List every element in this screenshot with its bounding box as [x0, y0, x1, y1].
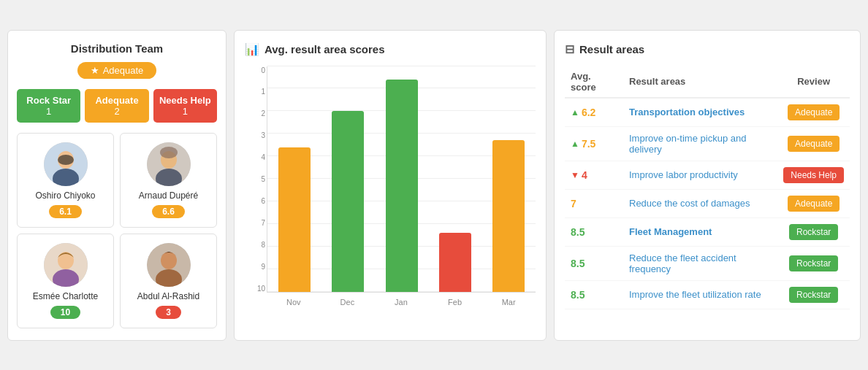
result-area-name-2: Improve labor productivity: [629, 169, 738, 180]
table-row-0: ▲6.2Transportation objectivesAdequate: [565, 98, 850, 127]
name-cell-5: Reduce the fleet accident frequency: [623, 246, 777, 280]
svg-point-12: [161, 252, 177, 269]
name-cell-1: Improve on-time pickup and delivery: [623, 126, 777, 161]
bar-feb-rect: [439, 233, 471, 291]
avatar-3: [147, 243, 191, 287]
avg-score-value-0: ▲6.2: [571, 107, 617, 118]
chart-bars-area: [267, 66, 536, 293]
arrow-up-icon: ▲: [571, 139, 579, 149]
bar-jan-rect: [386, 80, 418, 291]
name-cell-0: Transportation objectives: [623, 98, 777, 127]
table-row-1: ▲7.5Improve on-time pickup and deliveryA…: [565, 126, 850, 161]
member-name-1: Arnaud Dupéré: [139, 190, 198, 201]
chart-icon: 📊: [245, 42, 259, 56]
score-cell-1: ▲7.5: [565, 126, 623, 161]
col-review: Review: [777, 66, 850, 98]
stat-adequate: Adequate 2: [85, 89, 148, 123]
bar-feb: [428, 66, 481, 292]
review-btn-5[interactable]: Rockstar: [789, 255, 838, 271]
name-cell-6: Improve the fleet utilization rate: [623, 280, 777, 309]
result-area-name-6: Improve the fleet utilization rate: [629, 289, 761, 300]
chart-title-text: Avg. result area scores: [264, 43, 385, 55]
review-cell-1: Adequate: [777, 126, 850, 161]
table-row-3: 7Reduce the cost of damagesAdequate: [565, 189, 850, 217]
avg-score-value-2: ▼4: [571, 169, 617, 181]
x-label-jan: Jan: [374, 294, 428, 315]
stat-rockstar-count: 1: [21, 106, 76, 117]
bar-dec: [321, 66, 374, 292]
bar-dec-rect: [332, 111, 364, 291]
svg-point-9: [58, 252, 74, 269]
stat-rockstar-label: Rock Star: [21, 95, 76, 106]
review-btn-2[interactable]: Needs Help: [783, 167, 844, 183]
team-badge-label: Adequate: [103, 65, 144, 76]
score-cell-6: 8.5: [565, 280, 623, 309]
avatar-0: [44, 142, 88, 186]
result-area-name-5: Reduce the fleet accident frequency: [629, 253, 736, 274]
table-row-4: 8.5Fleet ManagementRockstar: [565, 217, 850, 246]
score-cell-3: 7: [565, 189, 623, 217]
stat-adequate-label: Adequate: [89, 95, 144, 106]
stat-adequate-count: 2: [89, 106, 144, 117]
team-title: Distribution Team: [17, 42, 217, 55]
member-score-1: 6.6: [152, 205, 185, 218]
avg-score-value-6: 8.5: [571, 289, 617, 301]
member-card-1: Arnaud Dupéré 6.6: [120, 133, 217, 228]
avg-score-value-1: ▲7.5: [571, 138, 617, 150]
stat-needs-help: Needs Help 1: [153, 89, 217, 123]
star-icon: ★: [91, 65, 99, 76]
avatar-2: [44, 243, 88, 287]
team-grid: Oshiro Chiyoko 6.1 Arnaud Dupéré 6.6: [17, 133, 217, 328]
avg-score-value-3: 7: [571, 198, 617, 209]
review-btn-3[interactable]: Adequate: [788, 196, 840, 212]
member-card-2: Esmée Charlotte 10: [17, 234, 114, 328]
score-value: 7: [571, 198, 576, 209]
name-cell-4: Fleet Management: [623, 217, 777, 246]
bar-mar: [482, 66, 536, 292]
result-areas-title: ⊟ Result areas: [565, 42, 850, 56]
avg-score-value-5: 8.5: [571, 258, 617, 269]
result-area-name-3: Reduce the cost of damages: [629, 198, 750, 209]
table-row-5: 8.5Reduce the fleet accident frequencyRo…: [565, 246, 850, 280]
member-score-0: 6.1: [49, 205, 82, 218]
score-cell-4: 8.5: [565, 217, 623, 246]
score-value: 8.5: [571, 289, 585, 301]
score-value: 6.2: [582, 107, 595, 118]
x-label-nov: Nov: [267, 294, 321, 315]
stat-needs-help-count: 1: [158, 106, 213, 117]
avatar-1: [147, 142, 191, 186]
bars-row: [267, 66, 536, 292]
score-cell-2: ▼4: [565, 161, 623, 189]
member-score-2: 10: [50, 306, 80, 319]
result-area-name-0: Transportation objectives: [629, 107, 745, 117]
arrow-down-icon: ▼: [571, 170, 579, 180]
name-cell-2: Improve labor productivity: [623, 161, 777, 189]
score-value: 7.5: [582, 138, 595, 150]
bar-mar-rect: [492, 140, 525, 291]
middle-panel: 📊 Avg. result area scores 10 9 8 7 6 5 4…: [234, 30, 547, 341]
y-axis: 10 9 8 7 6 5 4 3 2 1 0: [245, 66, 265, 293]
table-header-row: Avg. score Result areas Review: [565, 66, 850, 98]
x-label-feb: Feb: [428, 294, 482, 315]
stat-rockstar: Rock Star 1: [17, 89, 80, 123]
bar-nov: [267, 66, 321, 292]
chart-title: 📊 Avg. result area scores: [245, 42, 536, 56]
member-card-0: Oshiro Chiyoko 6.1: [17, 133, 114, 228]
table-row-6: 8.5Improve the fleet utilization rateRoc…: [565, 280, 850, 309]
bar-jan: [375, 66, 428, 292]
member-name-0: Oshiro Chiyoko: [35, 190, 95, 201]
main-container: Distribution Team ★ Adequate Rock Star 1…: [0, 23, 868, 348]
review-btn-1[interactable]: Adequate: [788, 136, 840, 152]
result-area-name-1: Improve on-time pickup and delivery: [629, 133, 746, 155]
name-cell-3: Reduce the cost of damages: [623, 189, 777, 217]
score-value: 8.5: [571, 258, 585, 269]
col-avg-score: Avg. score: [565, 66, 623, 98]
review-btn-4[interactable]: Rockstar: [789, 224, 838, 240]
review-cell-4: Rockstar: [777, 217, 850, 246]
stat-needs-help-label: Needs Help: [158, 95, 213, 106]
member-name-2: Esmée Charlotte: [33, 291, 98, 301]
review-btn-0[interactable]: Adequate: [788, 104, 840, 120]
right-panel: ⊟ Result areas Avg. score Result areas R…: [554, 30, 861, 341]
review-btn-6[interactable]: Rockstar: [789, 287, 838, 303]
team-status-badge: ★ Adequate: [77, 62, 157, 79]
